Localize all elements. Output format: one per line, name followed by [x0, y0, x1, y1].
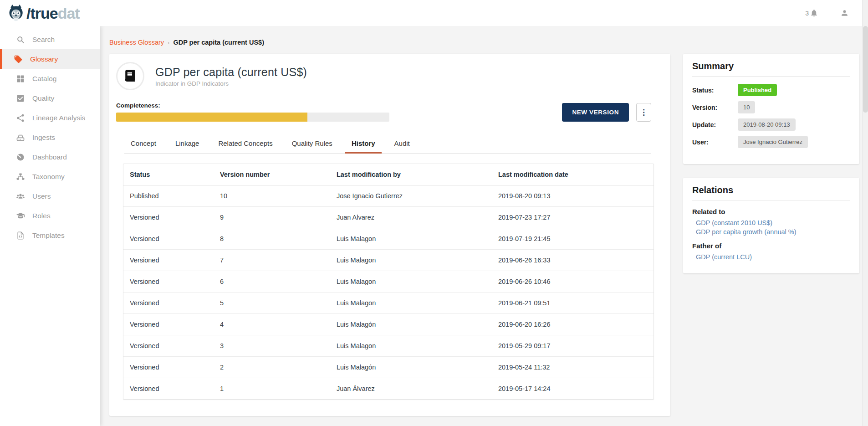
column-header: Version number: [214, 164, 330, 185]
field-label: Status:: [692, 87, 738, 94]
completeness-progress-bar: [116, 113, 389, 122]
summary-field: Status:Published: [692, 84, 850, 96]
notifications-button[interactable]: 3: [805, 9, 818, 17]
tab-audit[interactable]: Audit: [388, 134, 416, 154]
cell-status: Versioned: [123, 293, 214, 314]
breadcrumb-current: GDP per capita (current US$): [173, 39, 264, 46]
cell-modified_by: Juan Alvarez: [330, 207, 492, 228]
sidebar-item-label: Dashboard: [32, 153, 67, 161]
cell-version: 3: [214, 335, 330, 357]
app-window: /truedat 3 SearchGlossaryCatalogQualityL…: [0, 0, 868, 426]
table-header-row: StatusVersion numberLast modification by…: [123, 164, 654, 185]
tab-history[interactable]: History: [345, 134, 382, 154]
cell-status: Versioned: [123, 357, 214, 378]
truedat-logo[interactable]: /truedat: [6, 4, 80, 23]
summary-field: Version:10: [692, 101, 850, 113]
cell-status: Published: [123, 185, 214, 207]
cell-modified_by: Jose Ignacio Gutierrez: [330, 185, 492, 207]
sidebar-item-label: Templates: [32, 231, 65, 240]
file-code-icon: [16, 231, 25, 240]
book-icon: [123, 68, 138, 84]
relation-link[interactable]: GDP (current LCU): [696, 253, 850, 261]
main-content: Business Glossary › GDP per capita (curr…: [100, 26, 862, 426]
sidebar-item-lineage-analysis[interactable]: Lineage Analysis: [0, 108, 100, 128]
concept-card: GDP per capita (current US$) Indicator i…: [109, 54, 670, 416]
table-row: Versioned1Juan Álvarez2019-05-17 14:24: [123, 378, 654, 400]
cell-modified_date: 2019-06-26 10:46: [492, 271, 654, 293]
cell-modified_date: 2019-05-29 09:17: [492, 335, 654, 357]
cell-modified_by: Luis Malagon: [330, 271, 492, 293]
search-icon: [16, 35, 25, 44]
table-row: Versioned2Luis Malagón2019-05-24 11:32: [123, 357, 654, 378]
cell-status: Versioned: [123, 207, 214, 228]
sidebar-item-label: Lineage Analysis: [32, 114, 85, 122]
table-row: Versioned5Luis Malagon2019-06-21 09:51: [123, 293, 654, 314]
cell-status: Versioned: [123, 250, 214, 271]
relation-link[interactable]: GDP per capita growth (annual %): [696, 228, 850, 236]
sidebar-item-taxonomy[interactable]: Taxonomy: [0, 167, 100, 186]
tab-related-concepts[interactable]: Related Concepts: [212, 134, 279, 154]
sidebar-item-label: Quality: [32, 94, 54, 103]
relation-link[interactable]: GDP (constant 2010 US$): [696, 219, 850, 226]
page-scrollbar: [862, 0, 868, 426]
sidebar-item-label: Glossary: [30, 55, 58, 63]
cell-modified_date: 2019-08-20 09:13: [492, 185, 654, 207]
cell-modified_date: 2019-06-20 16:26: [492, 314, 654, 335]
user-menu-icon[interactable]: [840, 9, 849, 17]
new-version-button[interactable]: NEW VERSION: [562, 103, 629, 122]
table-row: Versioned8Luis Malagon2019-07-19 21:45: [123, 228, 654, 250]
cell-modified_by: Luis Malagón: [330, 357, 492, 378]
sidebar-item-dashboard[interactable]: Dashboard: [0, 147, 100, 167]
tab-linkage[interactable]: Linkage: [169, 134, 206, 154]
sidebar-item-users[interactable]: Users: [0, 186, 100, 206]
summary-panel: Summary Status:PublishedVersion:10Update…: [683, 54, 859, 164]
breadcrumb-root-link[interactable]: Business Glossary: [109, 39, 164, 46]
column-header: Status: [123, 164, 214, 185]
table-row: Versioned7Luis Malagon2019-06-26 16:33: [123, 250, 654, 271]
field-label: User:: [692, 139, 738, 146]
more-options-button[interactable]: ⋮: [636, 103, 651, 122]
cell-version: 2: [214, 357, 330, 378]
cell-modified_date: 2019-07-23 17:27: [492, 207, 654, 228]
breadcrumb: Business Glossary › GDP per capita (curr…: [109, 39, 862, 46]
table-row: Versioned4Luis Malagón2019-06-20 16:26: [123, 314, 654, 335]
sidebar-item-label: Search: [32, 36, 55, 44]
column-header: Last modification date: [492, 164, 654, 185]
cell-modified_date: 2019-05-24 11:32: [492, 357, 654, 378]
users-icon: [16, 192, 25, 201]
column-header: Last modification by: [330, 164, 492, 185]
relations-title: Relations: [692, 185, 850, 200]
cell-status: Versioned: [123, 228, 214, 250]
sidebar-item-catalog[interactable]: Catalog: [0, 69, 100, 88]
table-row: Versioned9Juan Alvarez2019-07-23 17:27: [123, 207, 654, 228]
field-label: Update:: [692, 121, 738, 128]
cell-modified_by: Luis Malagon: [330, 250, 492, 271]
graduation-cap-icon: [16, 211, 25, 221]
completeness-label: Completeness:: [116, 102, 389, 109]
sitemap-icon: [16, 172, 25, 181]
relation-group-heading: Related to: [692, 208, 850, 216]
sidebar-item-roles[interactable]: Roles: [0, 206, 100, 226]
table-row: Versioned3Luis Malagon2019-05-29 09:17: [123, 335, 654, 357]
sidebar-item-label: Taxonomy: [32, 173, 65, 181]
relation-group-heading: Father of: [692, 242, 850, 250]
scrollbar-thumb[interactable]: [863, 26, 868, 113]
cell-modified_date: 2019-06-21 09:51: [492, 293, 654, 314]
cell-status: Versioned: [123, 335, 214, 357]
sidebar-item-ingests[interactable]: Ingests: [0, 128, 100, 147]
tab-quality-rules[interactable]: Quality Rules: [286, 134, 339, 154]
cell-modified_by: Juan Álvarez: [330, 378, 492, 400]
sidebar: SearchGlossaryCatalogQualityLineage Anal…: [0, 26, 100, 426]
sidebar-item-search[interactable]: Search: [0, 30, 100, 49]
gauge-icon: [16, 153, 25, 162]
concept-title: GDP per capita (current US$): [155, 66, 307, 79]
tab-concept[interactable]: Concept: [124, 134, 163, 154]
history-table: StatusVersion numberLast modification by…: [123, 164, 654, 400]
cell-version: 8: [214, 228, 330, 250]
sidebar-item-quality[interactable]: Quality: [0, 88, 100, 108]
cell-version: 6: [214, 271, 330, 293]
sidebar-item-glossary[interactable]: Glossary: [0, 49, 100, 69]
cell-modified_by: Luis Malagon: [330, 335, 492, 357]
sidebar-item-templates[interactable]: Templates: [0, 226, 100, 245]
sidebar-item-label: Catalog: [32, 75, 56, 83]
